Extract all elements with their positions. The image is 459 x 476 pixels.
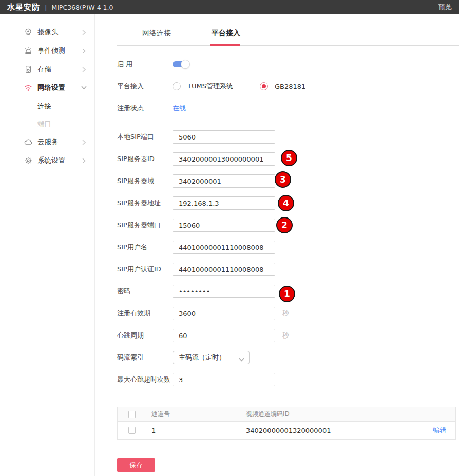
gear-icon xyxy=(24,156,33,165)
max-heartbeat-timeout-row: 最大心跳超时次数 xyxy=(117,373,459,386)
sip-server-port-input[interactable] xyxy=(173,219,275,232)
tab-divider xyxy=(117,45,459,46)
sip-username-input[interactable] xyxy=(173,241,275,254)
sip-server-address-input[interactable] xyxy=(173,196,275,210)
brand-logo: 水星安防 xyxy=(7,3,40,12)
top-header-bar: 水星安防 | MIPC368(P)W-4 1.0 预览 xyxy=(0,0,459,14)
preview-link[interactable]: 预览 xyxy=(438,3,452,12)
storage-icon xyxy=(24,65,33,74)
sidebar-item-camera[interactable]: 摄像头 xyxy=(0,23,94,42)
password-input[interactable] xyxy=(173,285,275,298)
radio-label: GB28181 xyxy=(275,83,305,90)
annotation-badge-4: 4 xyxy=(278,195,294,211)
chevron-down-icon xyxy=(82,86,87,90)
seconds-suffix: 秒 xyxy=(282,309,289,318)
field-label: SIP服务器地址 xyxy=(117,199,173,208)
radio-option-tums[interactable]: TUMS管理系统 xyxy=(173,82,233,91)
main-panel: 网络连接 平台接入 启 用 平台接入 TUMS管理系统 xyxy=(95,14,459,476)
chevron-right-icon xyxy=(82,30,86,35)
seconds-suffix: 秒 xyxy=(282,331,289,340)
field-label: 码流索引 xyxy=(117,353,173,362)
table-header-row: 通道号 视频通道编码ID xyxy=(118,407,455,422)
registration-status-row: 注册状态 在线 xyxy=(117,102,459,115)
annotation-badge-5: 5 xyxy=(281,150,297,166)
field-label: SIP服务器端口 xyxy=(117,221,173,230)
camera-icon xyxy=(24,28,33,37)
enable-label: 启 用 xyxy=(117,60,173,69)
sidebar-item-label: 存储 xyxy=(37,65,82,74)
radio-label: TUMS管理系统 xyxy=(187,82,233,91)
radio-selected-icon xyxy=(260,82,268,90)
sidebar-item-cloud-service[interactable]: 云服务 xyxy=(0,133,94,151)
sidebar-subitem-connection[interactable]: 连接 xyxy=(0,97,94,115)
stream-index-row: 码流索引 主码流（定时） xyxy=(117,351,459,364)
sidebar-item-network-settings[interactable]: 网络设置 xyxy=(0,78,94,97)
chevron-right-icon xyxy=(82,48,86,53)
field-label: 心跳周期 xyxy=(117,331,173,340)
stream-index-select[interactable]: 主码流（定时） xyxy=(173,351,250,364)
sidebar-item-label: 事件侦测 xyxy=(37,46,82,55)
row-checkbox[interactable] xyxy=(128,427,136,434)
max-heartbeat-timeout-input[interactable] xyxy=(173,373,275,386)
sidebar-item-event-detection[interactable]: 事件侦测 xyxy=(0,42,94,60)
registration-validity-row: 注册有效期 秒 xyxy=(117,307,459,320)
sip-server-address-row: SIP服务器地址 4 xyxy=(117,196,459,210)
channel-number-cell: 1 xyxy=(146,427,242,434)
select-all-checkbox[interactable] xyxy=(128,411,136,418)
sip-server-domain-input[interactable] xyxy=(173,174,275,188)
field-label: 密码 xyxy=(117,287,173,296)
field-label: 最大心跳超时次数 xyxy=(117,375,173,384)
annotation-badge-1: 1 xyxy=(279,286,295,302)
tab-network-connection[interactable]: 网络连接 xyxy=(142,29,171,38)
video-channel-id-header: 视频通道编码ID xyxy=(242,410,424,419)
sip-auth-id-row: SIP用户认证ID xyxy=(117,263,459,276)
sidebar-subitem-port[interactable]: 端口 xyxy=(0,115,94,133)
chevron-down-icon xyxy=(239,355,244,363)
sip-server-id-input[interactable] xyxy=(173,152,275,166)
sip-username-row: SIP用户名 xyxy=(117,241,459,254)
sidebar-item-storage[interactable]: 存储 xyxy=(0,60,94,78)
sidebar-item-label: 云服务 xyxy=(37,137,82,147)
sip-auth-id-input[interactable] xyxy=(173,263,275,276)
sidebar-item-label: 系统设置 xyxy=(37,156,82,165)
wifi-icon xyxy=(24,83,33,92)
heartbeat-period-row: 心跳周期 秒 xyxy=(117,329,459,342)
radio-icon xyxy=(173,82,181,90)
action-header xyxy=(424,407,455,421)
platform-access-label: 平台接入 xyxy=(117,82,173,91)
heartbeat-period-input[interactable] xyxy=(173,329,275,342)
registration-validity-input[interactable] xyxy=(173,307,275,320)
sidebar-item-label: 摄像头 xyxy=(37,28,82,37)
enable-toggle[interactable] xyxy=(173,60,190,69)
sidebar-item-system-settings[interactable]: 系统设置 xyxy=(0,151,94,170)
field-label: SIP服务器域 xyxy=(117,176,173,186)
field-label: SIP用户认证ID xyxy=(117,265,173,274)
annotation-badge-3: 3 xyxy=(275,171,291,188)
platform-radio-group: TUMS管理系统 GB28181 xyxy=(173,82,332,91)
tab-platform-access[interactable]: 平台接入 xyxy=(212,29,240,38)
sip-server-id-row: SIP服务器ID 5 xyxy=(117,152,459,166)
field-label: 本地SIP端口 xyxy=(117,132,173,142)
save-button[interactable]: 保存 xyxy=(117,458,155,472)
edit-link[interactable]: 编辑 xyxy=(433,426,446,435)
chevron-right-icon xyxy=(82,140,86,145)
annotation-badge-2: 2 xyxy=(276,217,293,233)
channel-number-header: 通道号 xyxy=(146,410,242,419)
enable-row: 启 用 xyxy=(117,57,459,71)
toggle-knob xyxy=(181,60,190,69)
radio-option-gb28181[interactable]: GB28181 xyxy=(260,82,305,90)
local-sip-port-row: 本地SIP端口 xyxy=(117,130,459,144)
tab-bar: 网络连接 平台接入 xyxy=(95,14,459,46)
channel-table: 通道号 视频通道编码ID 1 34020000001320000001 编辑 xyxy=(117,407,456,440)
registration-status-label: 注册状态 xyxy=(117,104,173,113)
sidebar: 摄像头 事件侦测 存储 网络设置 连接 端口 xyxy=(0,14,95,476)
active-tab-underline xyxy=(210,44,240,46)
local-sip-port-input[interactable] xyxy=(173,130,275,144)
device-model: MIPC368(P)W-4 1.0 xyxy=(51,4,113,11)
alarm-icon xyxy=(24,46,33,55)
cloud-icon xyxy=(24,137,33,147)
chevron-right-icon xyxy=(82,67,86,72)
sip-server-port-row: SIP服务器端口 2 xyxy=(117,219,459,232)
stream-index-value: 主码流（定时） xyxy=(179,353,225,362)
sip-server-domain-row: SIP服务器域 3 xyxy=(117,174,459,188)
